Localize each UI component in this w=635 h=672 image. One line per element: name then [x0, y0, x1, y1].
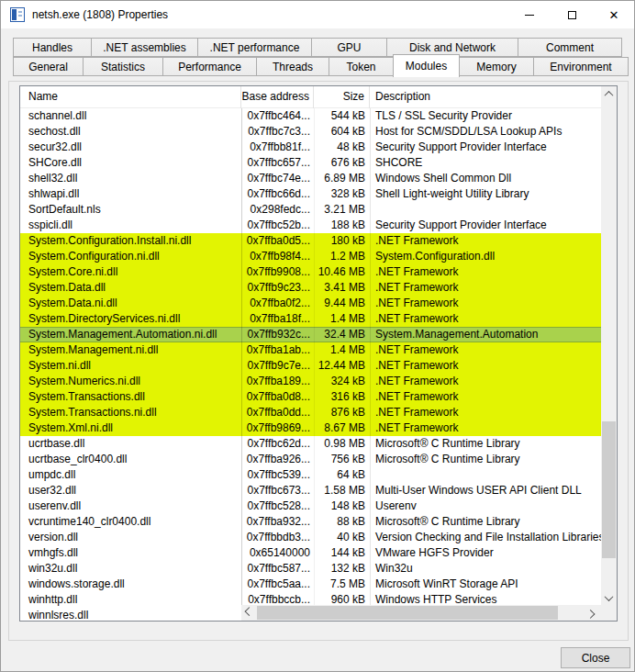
table-row[interactable]: System.Management.ni.dll 0x7ffba1ab... 1… — [20, 342, 601, 358]
header-name[interactable]: Name — [20, 86, 241, 108]
module-name-cell: winnlsres.dll — [20, 608, 241, 621]
close-window-button[interactable]: ✕ — [593, 1, 635, 28]
table-row[interactable]: SHCore.dll 0x7ffbc657... 676 kB SHCORE — [20, 155, 601, 171]
tab-label: Comment — [546, 41, 594, 54]
table-row[interactable]: System.DirectoryServices.ni.dll 0x7ffba1… — [20, 311, 601, 327]
minimize-icon — [525, 15, 534, 16]
table-row[interactable]: System.Data.ni.dll 0x7ffba0f2... 9.44 MB… — [20, 296, 601, 311]
table-row[interactable]: System.Configuration.Install.ni.dll 0x7f… — [20, 233, 601, 249]
horizontal-scrollbar[interactable] — [241, 605, 598, 621]
description-cell: System.Configuration.dll — [370, 249, 601, 264]
table-row[interactable]: windows.storage.dll 0x7ffbc5aa... 7.5 MB… — [20, 577, 601, 592]
tab--net-assemblies[interactable]: .NET assemblies — [91, 38, 198, 57]
maximize-icon — [568, 11, 576, 19]
size-cell: 188 kB — [314, 218, 370, 233]
table-row[interactable]: System.Xml.ni.dll 0x7ffb9869... 8.67 MB … — [20, 420, 601, 436]
description-cell: .NET Framework — [370, 374, 601, 389]
table-row[interactable]: umpdc.dll 0x7ffbc539... 64 kB — [20, 467, 601, 483]
scroll-up-button[interactable] — [601, 86, 617, 102]
base-address-cell: 0x7ffbc5aa... — [241, 577, 314, 592]
tab-comment[interactable]: Comment — [518, 38, 622, 57]
table-row[interactable]: System.Core.ni.dll 0x7ffb9908... 10.46 M… — [20, 264, 601, 280]
module-name-cell: System.Configuration.Install.ni.dll — [20, 233, 241, 249]
tab-general[interactable]: General — [13, 57, 84, 76]
table-row[interactable]: System.Management.Automation.ni.dll 0x7f… — [20, 327, 601, 342]
tab--net-performance[interactable]: .NET performance — [197, 38, 312, 57]
table-row[interactable]: ucrtbase.dll 0x7ffbc62d... 0.98 MB Micro… — [20, 436, 601, 452]
table-row[interactable]: shlwapi.dll 0x7ffbc66d... 328 kB Shell L… — [20, 186, 601, 202]
list-header: Name Base address Size Description — [20, 86, 601, 108]
vertical-scroll-thumb[interactable] — [602, 421, 616, 558]
header-size[interactable]: Size — [314, 86, 370, 108]
horizontal-scroll-thumb[interactable] — [257, 606, 558, 620]
size-cell: 1.58 MB — [314, 483, 370, 498]
tab-threads[interactable]: Threads — [256, 57, 329, 76]
table-row[interactable]: System.Transactions.ni.dll 0x7ffba0dd...… — [20, 405, 601, 420]
description-cell: Microsoft® C Runtime Library — [370, 514, 601, 530]
base-address-cell: 0x7ffba1ab... — [241, 342, 314, 358]
size-cell: 40 kB — [314, 530, 370, 545]
tab-statistics[interactable]: Statistics — [83, 57, 163, 76]
header-description[interactable]: Description — [370, 86, 601, 108]
table-row[interactable]: ucrtbase_clr0400.dll 0x7ffba926... 756 k… — [20, 452, 601, 467]
tab-label: Handles — [32, 41, 72, 54]
table-row[interactable]: schannel.dll 0x7ffbc464... 544 kB TLS / … — [20, 108, 601, 124]
table-row[interactable]: vcruntime140_clr0400.dll 0x7ffba932... 8… — [20, 514, 601, 530]
tab-token[interactable]: Token — [329, 57, 394, 76]
description-cell: Win32u — [370, 561, 601, 577]
description-cell: Microsoft® C Runtime Library — [370, 436, 601, 452]
base-address-cell: 0x7ffbc74e... — [241, 171, 314, 186]
header-base-address[interactable]: Base address — [241, 86, 314, 108]
size-cell: 676 kB — [314, 155, 370, 171]
module-name-cell: ucrtbase_clr0400.dll — [20, 452, 241, 467]
tab-memory[interactable]: Memory — [459, 57, 534, 76]
table-row[interactable]: System.Numerics.ni.dll 0x7ffba189... 324… — [20, 374, 601, 389]
size-cell: 7.5 MB — [314, 577, 370, 592]
tab-handles[interactable]: Handles — [13, 38, 92, 57]
base-address-cell: 0x7ffbc673... — [241, 483, 314, 498]
table-row[interactable]: vmhgfs.dll 0x65140000 144 kB VMware HGFS… — [20, 545, 601, 561]
scroll-down-button[interactable] — [601, 590, 617, 606]
size-cell: 1.4 MB — [314, 311, 370, 327]
table-row[interactable]: System.Configuration.ni.dll 0x7ffb98f4..… — [20, 249, 601, 264]
base-address-cell: 0x298fedc... — [241, 202, 314, 218]
description-cell: .NET Framework — [370, 389, 601, 405]
size-cell: 1.4 MB — [314, 342, 370, 358]
module-name-cell: userenv.dll — [20, 498, 241, 514]
table-row[interactable]: System.ni.dll 0x7ffb9c7e... 12.44 MB .NE… — [20, 358, 601, 374]
table-row[interactable]: sechost.dll 0x7ffbc7c3... 604 kB Host fo… — [20, 124, 601, 140]
base-address-cell: 0x7ffbc464... — [241, 108, 314, 124]
table-row[interactable]: shell32.dll 0x7ffbc74e... 6.89 MB Window… — [20, 171, 601, 186]
module-name-cell: shell32.dll — [20, 171, 241, 186]
close-button[interactable]: Close — [561, 647, 630, 668]
vertical-scrollbar[interactable] — [601, 86, 617, 606]
module-name-cell: System.Numerics.ni.dll — [20, 374, 241, 389]
minimize-button[interactable] — [508, 1, 551, 28]
table-row[interactable]: user32.dll 0x7ffbc673... 1.58 MB Multi-U… — [20, 483, 601, 498]
description-cell: Security Support Provider Interface — [370, 218, 601, 233]
table-row[interactable]: win32u.dll 0x7ffbc587... 132 kB Win32u — [20, 561, 601, 577]
module-name-cell: sspicli.dll — [20, 218, 241, 233]
module-name-cell: sechost.dll — [20, 124, 241, 140]
size-cell: 604 kB — [314, 124, 370, 140]
table-row[interactable]: System.Data.dll 0x7ffb9c23... 3.41 MB .N… — [20, 280, 601, 296]
table-row[interactable]: version.dll 0x7ffbbdb3... 40 kB Version … — [20, 530, 601, 545]
size-cell: 3.21 MB — [314, 202, 370, 218]
tab-environment[interactable]: Environment — [533, 57, 629, 76]
tab-performance[interactable]: Performance — [162, 57, 257, 76]
tab-gpu[interactable]: GPU — [311, 38, 387, 57]
table-row[interactable]: userenv.dll 0x7ffbc528... 148 kB Userenv — [20, 498, 601, 514]
scroll-right-button[interactable] — [583, 605, 598, 621]
base-address-cell: 0x7ffba0d8... — [241, 389, 314, 405]
tab-modules[interactable]: Modules — [393, 54, 460, 77]
table-row[interactable]: SortDefault.nls 0x298fedc... 3.21 MB — [20, 202, 601, 218]
table-row[interactable]: sspicli.dll 0x7ffbc52b... 188 kB Securit… — [20, 218, 601, 233]
base-address-cell: 0x7ffba0d5... — [241, 233, 314, 249]
module-name-cell: System.ni.dll — [20, 358, 241, 374]
base-address-cell: 0x7ffb9c7e... — [241, 358, 314, 374]
scroll-left-button[interactable] — [241, 605, 257, 621]
module-name-cell: System.DirectoryServices.ni.dll — [20, 311, 241, 327]
maximize-button[interactable] — [551, 1, 593, 28]
table-row[interactable]: System.Transactions.dll 0x7ffba0d8... 31… — [20, 389, 601, 405]
table-row[interactable]: secur32.dll 0x7ffbb81f... 48 kB Security… — [20, 140, 601, 155]
